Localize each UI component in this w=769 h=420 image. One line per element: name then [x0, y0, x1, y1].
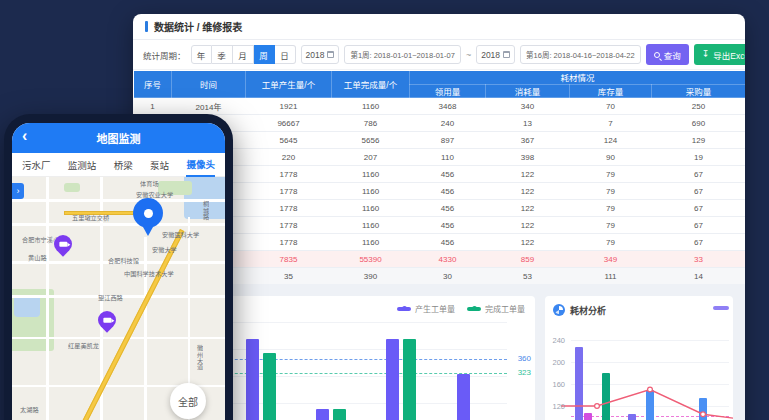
bar-完成工单量[interactable] — [333, 409, 346, 420]
year-end-select[interactable]: 2018 — [476, 45, 515, 64]
pie-chart-icon — [553, 304, 565, 316]
bar-series-purple[interactable] — [575, 347, 583, 420]
download-icon: ↧ — [702, 50, 710, 59]
bar-series-blue[interactable] — [646, 390, 654, 420]
table-cell: 456 — [410, 183, 486, 200]
average-value: 323 — [518, 368, 531, 377]
period-button-季[interactable]: 季 — [212, 45, 233, 64]
show-all-button[interactable]: 全部 — [170, 383, 206, 419]
group-header: 耗材情况 — [410, 71, 746, 85]
table-cell: 207 — [332, 149, 410, 166]
sub-column-header: 领用量 — [410, 84, 486, 98]
period-button-周[interactable]: 周 — [254, 45, 275, 64]
bar-series-green[interactable] — [602, 373, 610, 420]
table-cell: 5656 — [332, 132, 410, 149]
export-button-label: 导出Excel — [713, 49, 745, 61]
table-cell: 367 — [486, 132, 570, 149]
gridline — [571, 362, 729, 363]
year-start-select[interactable]: 2018 — [301, 45, 340, 64]
sub-column-header: 采购量 — [652, 84, 746, 98]
bar-产生工单量[interactable] — [386, 339, 399, 420]
table-cell: 1160 — [332, 166, 410, 183]
magnifier-icon — [654, 52, 660, 58]
map-label: 合肥科技馆 — [108, 256, 139, 265]
export-excel-button[interactable]: ↧ 导出Excel — [694, 44, 745, 65]
table-cell: 122 — [486, 166, 570, 183]
search-button[interactable]: 查询 — [646, 44, 689, 65]
breadcrumb: 数据统计 / 维修报表 — [154, 19, 242, 34]
table-cell: 3468 — [410, 98, 486, 115]
chart-title-row: 耗材分析 — [545, 300, 733, 320]
camera-marker[interactable] — [94, 307, 119, 332]
table-cell: 67 — [652, 200, 746, 217]
table-cell: 250 — [652, 98, 746, 115]
table-cell: 67 — [652, 234, 746, 251]
map-label: 徽州大道 — [195, 345, 204, 370]
table-cell: 240 — [410, 115, 486, 132]
table-cell: 1778 — [246, 183, 332, 200]
table-cell: 70 — [570, 98, 652, 115]
map-label: 安徽医科大学 — [162, 230, 199, 239]
tab-监测站[interactable]: 监测站 — [68, 153, 97, 177]
column-header: 工单产生量/个 — [246, 71, 332, 98]
tab-泵站[interactable]: 泵站 — [150, 153, 169, 177]
table-cell: 122 — [486, 200, 570, 217]
map-panel-toggle[interactable]: › — [12, 183, 24, 199]
table-cell: 349 — [570, 251, 652, 268]
legend-label: 完成工单量 — [485, 303, 525, 314]
table-cell: 1160 — [332, 234, 410, 251]
table-cell: 5645 — [246, 132, 332, 149]
table-cell: 111 — [570, 268, 652, 285]
map[interactable]: 体育场安徽农业大学桐城路五里墩立交桥安徽医科大学合肥市宁溪小学安徽大学黄山路合肥… — [12, 177, 225, 420]
selected-camera-pin[interactable] — [133, 198, 163, 228]
table-cell: 30 — [410, 268, 486, 285]
tab-桥梁[interactable]: 桥梁 — [114, 153, 133, 177]
map-label: 安徽农业大学 — [136, 190, 173, 199]
tab-污水厂[interactable]: 污水厂 — [22, 153, 51, 177]
bar-完成工单量[interactable] — [263, 353, 276, 420]
table-cell: 859 — [486, 251, 570, 268]
bar-完成工单量[interactable] — [403, 339, 416, 420]
road — [12, 337, 225, 339]
bar-series-magenta[interactable] — [584, 413, 592, 420]
bar-series-blue[interactable] — [699, 398, 707, 420]
period-button-年[interactable]: 年 — [191, 45, 212, 64]
accent-bar — [145, 21, 148, 32]
y-axis-tick: 120 — [545, 402, 565, 411]
bar-产生工单量[interactable] — [316, 409, 329, 420]
week-end-input[interactable]: 第16周: 2018-04-16~2018-04-22 — [520, 45, 641, 64]
period-button-月[interactable]: 月 — [233, 45, 254, 64]
phone-title: 地图监测 — [97, 130, 141, 146]
table-cell: 55390 — [332, 251, 410, 268]
table-cell: 67 — [652, 166, 746, 183]
pond — [14, 295, 40, 317]
phone-header: ‹ 地图监测 — [12, 123, 225, 153]
table-cell: 79 — [570, 217, 652, 234]
pin-dot-icon — [144, 209, 153, 218]
table-cell: 456 — [410, 166, 486, 183]
legend-item[interactable]: 完成工单量 — [467, 303, 525, 314]
table-cell: 110 — [410, 149, 486, 166]
table-cell: 340 — [486, 98, 570, 115]
table-cell: 13 — [486, 115, 570, 132]
phone-mockup: ‹ 地图监测 污水厂监测站桥梁泵站摄像头 — [4, 114, 233, 420]
legend-item[interactable]: 产生工单量 — [397, 303, 455, 314]
table-cell: 67 — [652, 183, 746, 200]
bar-产生工单量[interactable] — [457, 374, 470, 420]
road — [144, 237, 147, 420]
table-cell: 129 — [652, 132, 746, 149]
bar-series-purple[interactable] — [628, 414, 636, 420]
bar-产生工单量[interactable] — [246, 339, 259, 420]
tab-摄像头[interactable]: 摄像头 — [186, 153, 215, 177]
table-cell: 1 — [134, 98, 172, 115]
table-cell: 7835 — [246, 251, 332, 268]
consumable-chart-card: 耗材分析 2402001601208040 — [545, 296, 733, 420]
road — [12, 199, 225, 202]
map-label: 安徽大学 — [152, 245, 177, 254]
back-button[interactable]: ‹ — [22, 127, 27, 145]
calendar-icon — [327, 51, 334, 58]
period-button-日[interactable]: 日 — [275, 45, 296, 64]
week-start-input[interactable]: 第1周: 2018-01-01~2018-01-07 — [344, 45, 460, 64]
range-separator: ~ — [466, 50, 471, 60]
sub-column-header: 消耗量 — [486, 84, 570, 98]
